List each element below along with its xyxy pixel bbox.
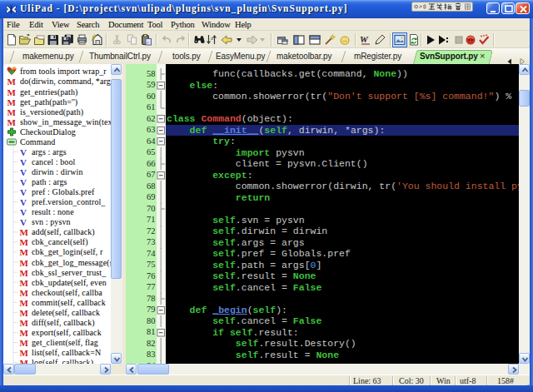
tree-item-label[interactable]: path : args <box>32 177 67 186</box>
fold-marker-box[interactable] <box>157 136 166 147</box>
menu-window[interactable]: Window <box>202 20 231 29</box>
fold-marker-box[interactable] <box>157 113 166 125</box>
tree-item-label[interactable]: pref : Globals.pref <box>32 187 94 196</box>
code-line-62[interactable]: class Command(object): <box>167 113 293 125</box>
fold-margin[interactable] <box>157 64 166 364</box>
ime-toolbar[interactable] <box>411 2 473 12</box>
tree-item-label[interactable]: svn : pysvn <box>32 217 71 226</box>
tree-hscrollbar[interactable] <box>3 364 111 375</box>
editor-scroll-down-button[interactable] <box>519 353 530 364</box>
tab-close-icon[interactable]: × <box>480 51 485 61</box>
menu-search[interactable]: Search <box>77 20 99 29</box>
menu-document[interactable]: Document <box>108 20 143 29</box>
tree-item-label[interactable]: list(self, callback=N <box>32 348 101 357</box>
code-line-66[interactable]: client = pysvn.Client() <box>167 158 368 170</box>
paste-button[interactable] <box>140 33 153 47</box>
tree-item-label[interactable]: get_entries(path) <box>20 87 77 97</box>
tree-item-label[interactable]: log(self, callback) <box>32 358 93 364</box>
view-in-browser-button[interactable] <box>90 33 103 47</box>
tab-tools.py[interactable]: tools.py <box>172 52 201 61</box>
code-line-80[interactable]: self.cancel = False <box>167 315 321 327</box>
tree-item-label[interactable]: pref.version_control_ <box>32 197 105 206</box>
save-button[interactable] <box>47 33 60 47</box>
find-in-files-button[interactable]: a <box>205 33 218 47</box>
fold-marker-box[interactable] <box>157 327 166 339</box>
cut-button[interactable] <box>112 33 125 47</box>
tree-item-label[interactable]: cbk_cancel(self) <box>32 237 88 246</box>
menu-python[interactable]: Python <box>171 20 195 29</box>
menu-tool[interactable]: Tool <box>147 20 162 29</box>
code-line-58[interactable]: func(callbacks.get(command, None)) <box>167 68 408 80</box>
tree-item-label[interactable]: add(self, callback) <box>32 227 95 236</box>
tree-item-label[interactable]: Command <box>20 137 55 146</box>
editor-vscrollbar[interactable] <box>519 64 530 375</box>
code-line-77[interactable]: self.cancel = False <box>167 282 321 294</box>
tree-item-label[interactable]: cancel : bool <box>32 157 75 166</box>
tab-mRegister.py[interactable]: mRegister.py <box>354 52 401 61</box>
tab-ThumbnailCtrl.py[interactable]: ThumbnailCtrl.py <box>89 52 151 61</box>
new-file-button[interactable] <box>5 33 18 47</box>
tree-item-label[interactable]: result : none <box>32 207 74 216</box>
open-folder-button[interactable] <box>33 33 47 47</box>
tree-item-label[interactable]: cbk_ssl_server_trust_ <box>32 268 106 277</box>
code-line-60[interactable]: common.showerror(tr("Don't support [%s] … <box>167 91 511 102</box>
code-editor[interactable]: func(callbacks.get(command, None)) else:… <box>166 64 519 364</box>
title-bar[interactable]: UliPad - [D:\project\svn\ulipad\plugins\… <box>0 0 533 18</box>
code-line-74[interactable]: self.pref = Globals.pref <box>167 248 351 260</box>
snippet-lamp-button[interactable] <box>338 33 351 47</box>
tree-item-label[interactable]: get_path(path='') <box>20 97 77 107</box>
tree-scroll-up-button[interactable] <box>111 64 122 75</box>
tree-scroll-left-button[interactable] <box>3 364 14 375</box>
tab-scroll-right-arrow[interactable] <box>519 53 526 60</box>
editor-scroll-right-button[interactable] <box>508 364 519 375</box>
code-line-68[interactable]: common.showerror(dirwin, tr('You should … <box>167 181 519 192</box>
word-wrap-button[interactable]: W <box>359 33 372 47</box>
menu-edit[interactable]: Edit <box>29 20 43 29</box>
menu-view[interactable]: View <box>52 20 69 29</box>
code-line-59[interactable]: else: <box>167 80 218 92</box>
editor-hscroll-thumb[interactable] <box>137 364 169 375</box>
redo-button[interactable] <box>174 33 187 47</box>
editor-hscrollbar[interactable] <box>126 364 519 375</box>
tab-EasyMenu.py[interactable]: EasyMenu.py <box>216 52 266 61</box>
tab-maketoolbar.py[interactable]: maketoolbar.py <box>276 52 331 61</box>
nav-forward-button[interactable] <box>246 33 259 47</box>
copy-button[interactable] <box>126 33 139 47</box>
tree-item-label[interactable]: show_in_message_win(text <box>20 117 111 127</box>
save-all-button[interactable] <box>61 33 74 47</box>
fold-marker-box[interactable] <box>157 305 166 316</box>
tree-vscroll-thumb[interactable] <box>111 79 122 279</box>
minimize-button[interactable] <box>486 2 500 14</box>
fold-marker-box[interactable] <box>157 125 166 136</box>
tab-label-active[interactable]: SvnSupport.py <box>420 52 478 61</box>
tree-item-label[interactable]: dirwin : dirwin <box>32 167 83 176</box>
tree-hscroll-thumb[interactable] <box>14 364 36 375</box>
code-line-76[interactable]: self.result = None <box>167 270 316 282</box>
tree-item-label[interactable]: diff(self, callback) <box>32 318 95 327</box>
open-file-button[interactable] <box>18 33 32 47</box>
menu-help[interactable]: Help <box>235 20 252 29</box>
find-button[interactable] <box>192 33 206 47</box>
code-line-82[interactable]: self.result.Destory() <box>167 338 356 350</box>
fold-marker-box[interactable] <box>157 170 166 181</box>
tree-scroll-down-button[interactable] <box>111 353 122 364</box>
tree-item-label[interactable]: CheckoutDialog <box>20 127 76 136</box>
code-line-79[interactable]: def _begin(self): <box>167 305 287 316</box>
close-button[interactable] <box>516 2 530 14</box>
fold-marker-box[interactable] <box>157 80 166 92</box>
tree-item-label[interactable]: cbk_get_login(self, r <box>32 247 102 256</box>
tree-vscrollbar[interactable] <box>111 64 122 364</box>
code-line-63[interactable]: def __init__(self, dirwin, *args): <box>167 125 385 136</box>
debug-ball-button[interactable] <box>464 33 477 47</box>
split-horizontal-button[interactable] <box>308 33 321 47</box>
editor-scroll-left-button[interactable] <box>126 364 137 375</box>
tree-item-label[interactable]: do(dirwin, command, *arg <box>20 77 111 86</box>
image-viewer-button[interactable] <box>393 33 406 47</box>
print-button[interactable] <box>76 33 89 47</box>
tree-item-label[interactable]: cbk_update(self, even <box>32 278 107 287</box>
tree-item-label[interactable]: args : args <box>32 147 67 156</box>
code-line-65[interactable]: import pysvn <box>167 147 305 159</box>
code-line-69[interactable]: return <box>167 192 270 204</box>
tree-scroll-right-button[interactable] <box>100 364 111 375</box>
tab-makemenu.py[interactable]: makemenu.py <box>22 52 74 61</box>
